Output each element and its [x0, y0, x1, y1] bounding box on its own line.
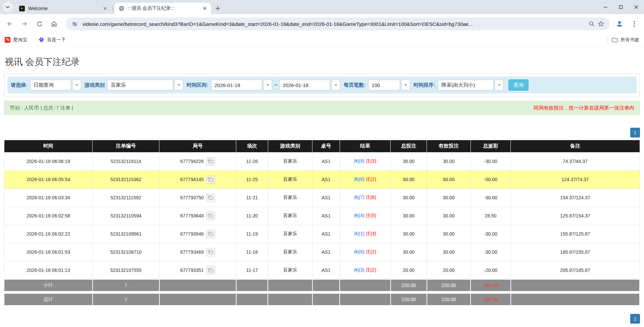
cell-result: 闲(9)庄(3) — [340, 152, 390, 170]
forward-button[interactable] — [18, 17, 31, 30]
tab-close-icon[interactable] — [202, 5, 208, 11]
combo-arrow-icon[interactable] — [495, 80, 504, 90]
query-type-value[interactable]: 日期查询 — [30, 80, 71, 90]
game-kind-value[interactable]: 百家乐 — [107, 80, 173, 90]
combo-arrow-icon[interactable] — [174, 80, 183, 90]
reload-button[interactable] — [33, 17, 46, 30]
result-player: 闲(8) — [354, 249, 364, 254]
cell-payout: -30.00 — [470, 189, 510, 207]
home-button[interactable] — [48, 17, 60, 30]
cell-table-no: AS1 — [312, 261, 340, 279]
bet-records-table: 时间注单编号局号场次游戏类别桌号结果总投注有效投注总派彩备注 2026-01-1… — [4, 140, 640, 305]
game-detail-button[interactable] — [206, 175, 215, 184]
footer-cell-9: -161.50 — [470, 293, 510, 305]
combo-arrow-icon[interactable] — [263, 80, 272, 90]
close-window-button[interactable] — [629, 0, 644, 14]
all-bookmarks[interactable]: 所有书签 — [607, 37, 639, 43]
summary-bar: 币别 : 人民币 | 总共 :7 注单 | 同局有效投注，统一计算在该局第一张注… — [4, 101, 640, 115]
sort-label: 时间排序: — [413, 82, 435, 88]
page-size-combo[interactable]: 100 — [368, 80, 410, 90]
footer-cell-4 — [268, 279, 312, 291]
cell-result: 闲(8)庄(2) — [340, 170, 390, 189]
page-1-button[interactable]: 1 — [630, 314, 640, 324]
result-player: 闲(7) — [354, 195, 364, 200]
menu-button[interactable] — [628, 17, 641, 30]
bookmark-label: 百度一下 — [47, 37, 66, 43]
tab-strip: ✦ Welcome :::视讯 会员下注纪录::: — [0, 0, 644, 14]
tab-close-icon[interactable] — [102, 5, 108, 11]
cell-payout: 28.50 — [470, 207, 510, 225]
new-tab-button[interactable] — [213, 4, 222, 13]
site-settings-icon[interactable] — [70, 19, 79, 29]
cell-payout: -30.00 — [470, 225, 510, 243]
tab-betrecord[interactable]: :::视讯 会员下注纪录::: — [114, 3, 211, 14]
select-label: 请选择: — [11, 82, 28, 88]
result-player: 闲(4) — [354, 213, 364, 218]
profile-avatar[interactable] — [613, 17, 626, 30]
game-detail-button[interactable] — [206, 248, 215, 256]
bookmark-star-icon[interactable] — [596, 19, 606, 29]
game-detail-button[interactable] — [206, 212, 215, 220]
game-detail-button[interactable] — [206, 230, 215, 238]
cell-time: 2026-01-18 06:03:34 — [4, 189, 93, 207]
minimize-button[interactable] — [598, 0, 613, 14]
bookmark-taobao[interactable]: 淘 爱淘宝 — [5, 37, 27, 43]
cell-round: 677793469 — [159, 243, 236, 261]
column-header-5: 桌号 — [312, 140, 340, 152]
date-end-value[interactable]: 2026-01-18 — [279, 80, 330, 90]
game-kind-combo[interactable]: 百家乐 — [107, 80, 183, 90]
result-banker: 庄(5) — [366, 213, 376, 218]
column-header-7: 总投注 — [391, 140, 427, 152]
tab-divider — [113, 5, 113, 11]
search-button[interactable]: 查询 — [508, 79, 529, 91]
game-detail-button[interactable] — [206, 194, 215, 202]
result-banker: 庄(3) — [366, 231, 376, 236]
column-header-8: 有效投注 — [427, 140, 471, 152]
footer-cell-3 — [236, 293, 268, 305]
tab-title: Welcome — [28, 6, 102, 11]
cell-note: 74.37/44.37 — [511, 152, 640, 170]
round-number: 677793750 — [180, 195, 204, 200]
address-bar[interactable]: videoie.com/game/betrecord_search/kind3?… — [66, 17, 610, 30]
filter-panel: 请选择: 日期查询 游戏类别 百家乐 时间区间: 2026-01-18 ~ 20… — [4, 73, 640, 97]
tab-search-button[interactable] — [3, 2, 13, 12]
game-record-icon — [208, 159, 213, 164]
query-type-combo[interactable]: 日期查询 — [30, 80, 81, 90]
footer-cell-8: 220.00 — [427, 293, 471, 305]
chevron-down-icon — [6, 6, 10, 8]
cell-valid-bet: 30.00 — [427, 243, 471, 261]
footer-cell-0: 小计 — [4, 279, 93, 291]
footer-cell-3 — [236, 279, 268, 291]
sort-value[interactable]: 降幂(由大到小) — [438, 80, 494, 90]
maximize-button[interactable] — [613, 0, 629, 14]
sort-combo[interactable]: 降幂(由大到小) — [438, 80, 504, 90]
bookmark-baidu[interactable]: du 百度一下 — [39, 37, 66, 43]
cell-round: 677793648 — [159, 207, 236, 225]
cell-result: 闲(4)庄(5) — [340, 207, 390, 225]
cell-game-kind: 百家乐 — [268, 170, 312, 189]
cell-total-bet: 30.00 — [391, 207, 427, 225]
date-start-value[interactable]: 2026-01-18 — [211, 80, 262, 90]
date-start-combo[interactable]: 2026-01-18 — [211, 80, 272, 90]
cell-game-kind: 百家乐 — [268, 225, 312, 243]
combo-arrow-icon[interactable] — [72, 80, 81, 90]
tab-welcome[interactable]: ✦ Welcome — [15, 3, 111, 14]
result-player: 闲(3) — [354, 267, 364, 273]
combo-arrow-icon[interactable] — [331, 80, 340, 90]
date-end-combo[interactable]: 2026-01-18 — [279, 80, 340, 90]
game-detail-button[interactable] — [206, 266, 215, 274]
game-detail-button[interactable] — [206, 157, 215, 166]
combo-arrow-icon[interactable] — [401, 80, 410, 90]
cell-time: 2026-01-18 06:01:53 — [4, 243, 93, 261]
back-button[interactable] — [3, 17, 16, 30]
arrow-right-icon — [21, 21, 28, 27]
cell-table-no: AS1 — [312, 189, 340, 207]
cell-payout: -30.00 — [470, 243, 510, 261]
cell-total-bet: 30.00 — [391, 189, 427, 207]
cell-game-kind: 百家乐 — [268, 207, 312, 225]
page-size-value[interactable]: 100 — [368, 80, 400, 90]
page-1-button[interactable]: 1 — [630, 128, 640, 137]
cell-table-no: AS1 — [312, 207, 340, 225]
zoom-icon[interactable] — [587, 19, 596, 29]
url-text[interactable]: videoie.com/game/betrecord_search/kind3?… — [83, 21, 587, 27]
